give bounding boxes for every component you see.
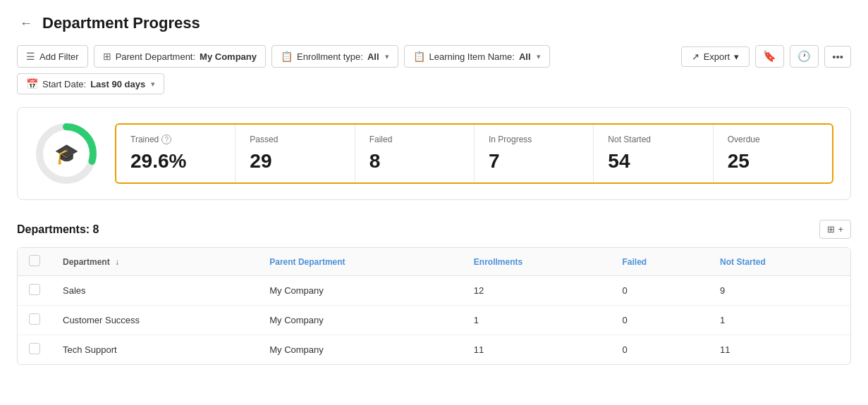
enrollments-value: 11 [463,335,611,365]
department-icon: ⊞ [103,51,111,62]
failed-value: 8 [369,150,460,173]
ellipsis-icon: ••• [832,51,843,63]
select-all-header[interactable] [18,248,51,276]
back-button[interactable]: ← [17,15,35,32]
metric-trained: Trained ? 29.6% [116,125,236,182]
failed-value: 0 [611,306,709,335]
row-checkbox[interactable] [29,284,40,295]
page-title: Department Progress [42,14,200,32]
parent-department-header[interactable]: Parent Department [258,248,463,276]
row-checkbox-cell[interactable] [18,276,51,306]
more-options-button[interactable]: ••• [824,46,851,68]
row-checkbox[interactable] [29,343,40,354]
table-row: Tech Support My Company 11 0 11 [18,335,850,365]
graduation-icon: 🎓 [54,142,79,166]
enrollment-icon: 📋 [281,51,293,62]
in-progress-value: 7 [489,150,579,173]
bookmark-button[interactable]: 🔖 [755,45,784,68]
failed-header[interactable]: Failed [611,248,709,276]
add-filter-button[interactable]: ☰ Add Filter [17,45,88,68]
trained-value: 29.6% [130,150,221,173]
columns-icon: ⊞ [827,224,835,235]
export-button[interactable]: ↗ Export ▾ [681,46,750,67]
row-checkbox[interactable] [29,313,40,325]
donut-chart: 🎓 [35,122,98,185]
row-checkbox-cell[interactable] [18,335,51,365]
calendar-icon: 📅 [26,78,38,89]
departments-table: Department ↓ Parent Department Enrollmen… [17,247,851,365]
metric-overdue: Overdue 25 [714,125,832,182]
dept-name: Sales [51,276,258,306]
not-started-value: 11 [709,335,850,365]
sort-icon: ↓ [115,257,119,267]
parent-department-filter[interactable]: ⊞ Parent Department: My Company [94,45,266,68]
parent-dept: My Company [258,306,463,335]
failed-value: 0 [611,276,709,306]
not-started-header[interactable]: Not Started [709,248,850,276]
start-date-filter[interactable]: 📅 Start Date: Last 90 days ▾ [17,73,164,94]
page-header: ← Department Progress [17,14,851,32]
failed-value: 0 [611,335,709,365]
row-checkbox-cell[interactable] [18,306,51,335]
parent-dept: My Company [258,276,463,306]
bookmark-icon: 🔖 [763,50,776,63]
learning-item-filter[interactable]: 📋 Learning Item Name: All ▾ [404,45,550,68]
enrollments-value: 1 [463,306,611,335]
help-icon[interactable]: ? [161,135,171,144]
dept-name: Customer Success [51,306,258,335]
chevron-down-icon-2: ▾ [537,52,541,61]
filter-bar-row2: 📅 Start Date: Last 90 days ▾ [17,73,851,94]
table-header-row: Department ↓ Parent Department Enrollmen… [18,248,850,276]
department-header[interactable]: Department ↓ [51,248,258,276]
chevron-down-icon: ▾ [385,52,389,61]
filter-bar-right: ↗ Export ▾ 🔖 🕐 ••• [681,45,851,68]
filter-bar-row1: ☰ Add Filter ⊞ Parent Department: My Com… [17,45,851,68]
not-started-value: 1 [709,306,850,335]
metric-failed: Failed 8 [355,125,475,182]
not-started-value: 9 [709,276,850,306]
stats-metrics: Trained ? 29.6% Passed 29 Failed 8 In Pr [115,123,833,184]
dept-name: Tech Support [51,335,258,365]
table-section-header: Departments: 8 ⊞ + [17,220,851,239]
metric-passed: Passed 29 [236,125,355,182]
table-row: Customer Success My Company 1 0 1 [18,306,850,335]
overdue-value: 25 [728,150,818,173]
enrollment-type-filter[interactable]: 📋 Enrollment type: All ▾ [271,45,398,68]
passed-value: 29 [250,150,340,173]
learning-icon: 📋 [413,51,425,62]
section-title: Departments: 8 [17,223,99,236]
metric-not-started: Not Started 54 [594,125,713,182]
chevron-down-icon-4: ▾ [151,80,155,89]
not-started-value: 54 [608,150,698,173]
enrollments-header[interactable]: Enrollments [463,248,611,276]
parent-dept: My Company [258,335,463,365]
enrollments-value: 12 [463,276,611,306]
table-row: Sales My Company 12 0 9 [18,276,850,306]
history-button[interactable]: 🕐 [790,45,819,68]
columns-button[interactable]: ⊞ + [819,220,851,239]
chevron-down-icon-3: ▾ [734,51,739,62]
metric-in-progress: In Progress 7 [475,125,594,182]
clock-icon: 🕐 [797,50,811,63]
stats-card: 🎓 Trained ? 29.6% Passed 29 Failed [17,107,851,200]
export-icon: ↗ [692,51,699,62]
select-all-checkbox[interactable] [29,255,40,266]
filter-icon: ☰ [26,51,35,62]
